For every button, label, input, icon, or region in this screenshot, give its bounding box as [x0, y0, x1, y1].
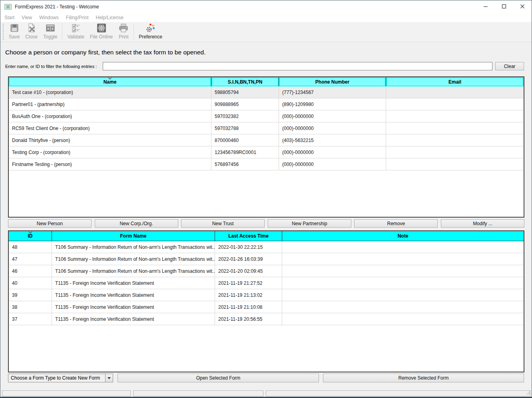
column-header-name[interactable]: Name — [9, 77, 211, 86]
minimize-icon — [483, 3, 488, 10]
close-document-icon — [26, 22, 37, 34]
toggle-window-icon — [45, 22, 56, 34]
client-actions: New Person New Corp./Org. New Trust New … — [8, 219, 524, 228]
toolbar: Save Close Tog — [0, 22, 532, 42]
filter-label: Enter name, or ID to filter the followin… — [5, 64, 97, 69]
modify-button[interactable]: Modify ... — [441, 219, 524, 228]
clients-table-header: Name S.I.N,BN,TN,PN Phone Number Email — [9, 77, 524, 86]
dropdown-arrow-button[interactable] — [105, 374, 113, 382]
table-row[interactable]: Donald Thirtyfive - (person) 870000460 (… — [9, 134, 524, 146]
window-title: FormExpress 2021 - Testing - Welcome — [15, 4, 99, 10]
table-row[interactable]: 38 T1135 - Foreign Income Verification S… — [9, 301, 524, 313]
toolbar-file-online-button[interactable]: File Online — [87, 22, 116, 42]
window-controls — [476, 0, 532, 13]
table-row[interactable]: 48 T106 Summary - Information Return of … — [9, 241, 524, 253]
toolbar-print-label: Print — [119, 34, 129, 40]
atom-icon — [96, 22, 107, 34]
remove-selected-form-button[interactable]: Remove Selected Form — [323, 374, 524, 382]
new-corp-org-button[interactable]: New Corp./Org. — [95, 219, 178, 228]
toolbar-preference-button[interactable]: Preference — [136, 22, 165, 42]
toolbar-validate-label: Validate — [67, 34, 84, 40]
toolbar-separator — [133, 24, 134, 40]
column-header-sin[interactable]: S.I.N,BN,TN,PN — [211, 77, 279, 86]
title-bar: FormExpress 2021 - Testing - Welcome — [0, 0, 532, 13]
column-header-form-name[interactable]: Form Name — [52, 231, 215, 241]
sort-chevron-icon — [28, 231, 33, 234]
open-selected-form-button[interactable]: Open Selected Form — [118, 374, 319, 382]
menu-bar: Start View Windows Filing/Print Help/Lic… — [0, 13, 532, 22]
table-row[interactable]: 39 T1135 - Foreign Income Verification S… — [9, 289, 524, 301]
toolbar-file-online-label: File Online — [90, 34, 113, 40]
filter-input[interactable] — [103, 62, 492, 70]
close-button[interactable] — [513, 0, 532, 13]
chevron-down-icon — [108, 377, 111, 379]
resize-grip-icon[interactable] — [526, 389, 530, 396]
table-row[interactable]: 37 T1135 - Foreign Income Verification S… — [9, 313, 524, 325]
toolbar-drag-handle-icon[interactable] — [3, 24, 4, 40]
table-row[interactable]: Firstname Testing - (person) 576897456 (… — [9, 158, 524, 170]
gear-dots-icon — [145, 22, 156, 34]
clients-table: Name S.I.N,BN,TN,PN Phone Number Email T… — [8, 76, 524, 218]
menu-start[interactable]: Start — [1, 15, 18, 20]
app-window: FormExpress 2021 - Testing - Welcome Sta… — [0, 0, 532, 398]
new-partnership-button[interactable]: New Partnership — [268, 219, 351, 228]
status-panel — [266, 390, 530, 396]
column-header-last-access[interactable]: Last Access Time — [215, 231, 282, 241]
forms-table-header: ID Form Name Last Access Time Note — [9, 231, 524, 241]
new-form-type-dropdown[interactable]: Choose a Form Type to Create New Form — [8, 374, 113, 382]
table-row[interactable]: Testing Corp - (corporation) 123456789RC… — [9, 146, 524, 158]
new-form-type-dropdown-label: Choose a Form Type to Create New Form — [8, 375, 105, 381]
toolbar-separator — [62, 24, 62, 40]
column-header-phone[interactable]: Phone Number — [279, 77, 386, 86]
status-bar — [0, 389, 532, 397]
toolbar-close-button[interactable]: Close — [22, 22, 40, 42]
form-list-icon — [4, 4, 12, 10]
menu-filing-print[interactable]: Filing/Print — [62, 15, 92, 20]
checklist-icon — [71, 22, 81, 34]
menu-help-license[interactable]: Help/License — [92, 15, 127, 20]
maximize-icon — [502, 3, 506, 10]
toolbar-preference-label: Preference — [139, 34, 162, 40]
menu-windows[interactable]: Windows — [36, 15, 62, 20]
toolbar-print-button[interactable]: Print — [116, 22, 132, 42]
column-header-id[interactable]: ID — [9, 231, 52, 241]
toolbar-validate-button[interactable]: Validate — [64, 22, 87, 42]
close-icon — [520, 3, 525, 10]
toolbar-close-label: Close — [25, 34, 38, 40]
menu-view[interactable]: View — [18, 15, 36, 20]
column-header-note[interactable]: Note — [282, 231, 524, 241]
forms-table: ID Form Name Last Access Time Note 48 T1… — [8, 230, 524, 372]
table-row[interactable]: 47 T106 Summary - Information Return of … — [9, 253, 524, 265]
status-panel — [133, 390, 263, 396]
table-row[interactable]: 40 T1135 - Foreign Income Verification S… — [9, 277, 524, 289]
toolbar-toggle-label: Toggle — [43, 34, 57, 40]
floppy-icon — [9, 22, 20, 34]
table-row[interactable]: BusAuth One - (corporation) 597032382 (0… — [9, 110, 524, 122]
new-person-button[interactable]: New Person — [8, 219, 92, 228]
maximize-button[interactable] — [495, 0, 513, 13]
new-trust-button[interactable]: New Trust — [181, 219, 265, 228]
toolbar-toggle-button[interactable]: Toggle — [40, 22, 60, 42]
minimize-button[interactable] — [476, 0, 495, 13]
clear-button[interactable]: Clear — [495, 62, 524, 70]
page-title: Choose a person or company first, then s… — [5, 49, 205, 56]
table-row[interactable]: 46 T106 Summary - Information Return of … — [9, 265, 524, 277]
column-header-email[interactable]: Email — [386, 77, 524, 86]
toolbar-save-label: Save — [9, 34, 20, 40]
toolbar-save-button[interactable]: Save — [6, 22, 22, 42]
table-row[interactable]: RC59 Test Client One - (corporation) 597… — [9, 122, 524, 134]
printer-icon — [118, 22, 129, 34]
table-row[interactable]: Test case #10 - (corporation) 598805794 … — [9, 86, 524, 98]
table-row[interactable]: Partner01 - (partnership) 909888965 (890… — [9, 98, 524, 110]
sort-chevron-icon — [108, 77, 112, 80]
status-panel — [2, 390, 131, 396]
remove-button[interactable]: Remove — [354, 219, 438, 228]
